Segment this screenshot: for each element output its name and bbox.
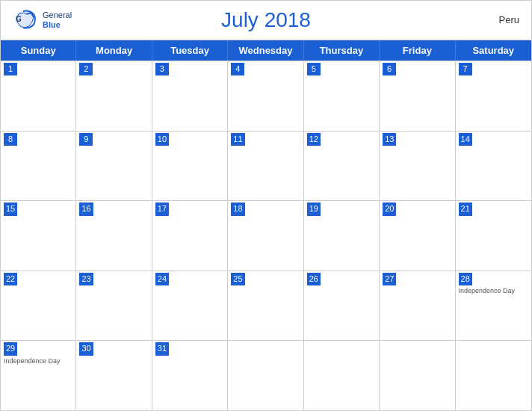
day-cell: 10 (152, 132, 228, 201)
holiday-label: Independence Day (4, 357, 72, 365)
day-number: 4 (231, 63, 244, 75)
day-number: 15 (4, 203, 17, 215)
day-number: 19 (307, 203, 321, 215)
day-cell: 31 (152, 341, 228, 410)
day-number: 7 (459, 63, 472, 75)
day-cell: 24 (152, 271, 228, 341)
day-cell: 30 (76, 341, 152, 410)
weeks-container: 1234567891011121314151617181920212223242… (1, 61, 531, 410)
day-cell: 15 (1, 201, 76, 271)
day-headers-row: SundayMondayTuesdayWednesdayThursdayFrid… (1, 40, 531, 61)
day-cell: 12 (304, 132, 380, 201)
day-number: 31 (155, 342, 169, 355)
day-cell: 21 (456, 201, 531, 271)
day-cell: 3 (152, 61, 228, 131)
day-cell: 17 (152, 201, 228, 271)
day-number: 3 (155, 63, 169, 75)
day-number: 21 (459, 203, 472, 215)
day-number: 16 (79, 203, 93, 215)
generalblue-logo-icon: G (13, 7, 40, 34)
day-number: 30 (79, 342, 93, 355)
day-number: 6 (383, 63, 396, 75)
day-header-saturday: Saturday (456, 40, 531, 61)
week-row-5: 29Independence Day3031 (1, 340, 531, 410)
day-number: 1 (4, 63, 17, 75)
day-number: 18 (231, 203, 244, 215)
brand-blue: Blue (43, 20, 72, 30)
country-label: Peru (499, 14, 519, 25)
calendar-title: July 2018 (221, 8, 311, 32)
day-number: 28 (459, 273, 472, 285)
day-cell: 18 (228, 201, 303, 271)
day-number: 14 (459, 133, 472, 146)
day-cell: 11 (228, 132, 303, 201)
day-number: 22 (4, 273, 17, 285)
day-cell: 5 (304, 61, 380, 131)
day-cell (228, 341, 303, 410)
day-number: 25 (231, 273, 244, 285)
day-cell: 6 (380, 61, 455, 131)
calendar: G General Blue July 2018 Peru SundayMond… (0, 0, 532, 411)
day-cell: 9 (76, 132, 152, 201)
day-number: 10 (155, 133, 169, 146)
week-row-4: 22232425262728Independence Day (1, 271, 531, 341)
day-number: 11 (231, 133, 244, 146)
day-number: 27 (383, 273, 396, 285)
week-row-3: 15161718192021 (1, 200, 531, 271)
day-cell: 22 (1, 271, 76, 341)
day-cell: 4 (228, 61, 303, 131)
day-number: 12 (307, 133, 321, 146)
day-cell: 19 (304, 201, 380, 271)
brand-text: General Blue (43, 10, 72, 30)
calendar-grid: SundayMondayTuesdayWednesdayThursdayFrid… (1, 40, 531, 410)
day-number: 5 (307, 63, 321, 75)
week-row-1: 1234567 (1, 61, 531, 131)
brand-logo-area: G General Blue (13, 7, 72, 34)
day-number: 26 (307, 273, 321, 285)
svg-text:G: G (16, 15, 22, 23)
day-cell: 23 (76, 271, 152, 341)
day-cell: 16 (76, 201, 152, 271)
day-cell: 29Independence Day (1, 341, 76, 410)
day-header-monday: Monday (76, 40, 152, 61)
day-header-tuesday: Tuesday (152, 40, 228, 61)
day-header-wednesday: Wednesday (228, 40, 303, 61)
day-cell (380, 341, 455, 410)
calendar-header: G General Blue July 2018 Peru (1, 1, 531, 40)
day-number: 29 (4, 342, 17, 355)
day-number: 2 (79, 63, 93, 75)
day-number: 20 (383, 203, 396, 215)
day-cell: 20 (380, 201, 455, 271)
day-cell (456, 341, 531, 410)
day-header-sunday: Sunday (1, 40, 76, 61)
day-cell: 14 (456, 132, 531, 201)
holiday-label: Independence Day (459, 287, 528, 295)
day-cell: 8 (1, 132, 76, 201)
day-cell (304, 341, 380, 410)
day-number: 24 (155, 273, 169, 285)
day-number: 23 (79, 273, 93, 285)
day-cell: 26 (304, 271, 380, 341)
day-header-friday: Friday (380, 40, 455, 61)
day-number: 9 (79, 133, 93, 146)
day-cell: 2 (76, 61, 152, 131)
day-number: 8 (4, 133, 17, 146)
brand-general: General (43, 10, 72, 20)
day-number: 13 (383, 133, 396, 146)
day-cell: 7 (456, 61, 531, 131)
day-cell: 1 (1, 61, 76, 131)
day-cell: 28Independence Day (456, 271, 531, 341)
day-number: 17 (155, 203, 169, 215)
day-cell: 27 (380, 271, 455, 341)
week-row-2: 891011121314 (1, 131, 531, 201)
day-cell: 13 (380, 132, 455, 201)
day-cell: 25 (228, 271, 303, 341)
day-header-thursday: Thursday (304, 40, 380, 61)
